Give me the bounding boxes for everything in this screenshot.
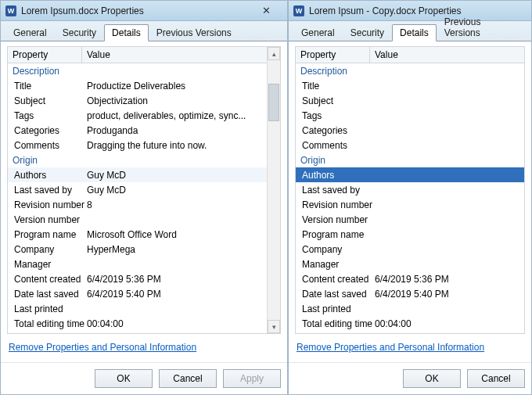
property-name: Company [296,244,370,255]
group-header: Description [296,63,524,78]
tab-previous-versions[interactable]: Previous Versions [437,13,527,41]
property-row[interactable]: Comments [296,138,524,153]
property-value: Guy McD [82,185,267,196]
tab-strip: General Security Details Previous Versio… [1,21,287,41]
property-name: Date last saved [296,289,370,300]
property-name: Categories [296,125,370,136]
property-row[interactable]: Manager [8,257,267,271]
property-row[interactable]: Manager [296,257,524,271]
tab-security[interactable]: Security [343,24,392,41]
property-name: Program name [296,229,370,240]
tab-security[interactable]: Security [55,24,104,41]
property-name: Revision number [8,199,82,210]
property-value: 00:04:00 [370,318,524,329]
tab-details[interactable]: Details [392,24,437,41]
header-property: Property [296,47,370,63]
titlebar[interactable]: W Lorem Ipsum.docx Properties ✕ [1,1,287,21]
property-name: Subject [8,95,82,106]
vertical-scrollbar[interactable]: ▴ ▾ [267,47,280,333]
property-value: 8 [82,199,267,210]
group-header: Description [8,63,267,78]
property-name: Manager [296,259,370,270]
property-name: Company [8,244,82,255]
word-icon: W [5,5,16,16]
property-row[interactable]: Date last saved6/4/2019 5:40 PM [296,286,524,301]
property-row[interactable]: Total editing time00:04:00 [296,316,524,331]
grid-header: Property Value [8,47,267,63]
remove-properties-link[interactable]: Remove Properties and Personal Informati… [297,342,484,353]
property-row[interactable]: Revision number8 [8,197,267,212]
property-value: product, deliverables, optimize, sync... [82,110,267,121]
property-name: Program name [8,229,82,240]
properties-dialog-right: W Lorem Ipsum - Copy.docx Properties Gen… [288,0,532,395]
property-row[interactable]: CompanyHyperMega [8,242,267,257]
tab-general[interactable]: General [293,24,343,41]
property-row[interactable]: Last saved by [296,182,524,197]
header-value: Value [82,47,267,63]
ok-button[interactable]: OK [95,369,153,388]
property-row[interactable]: Categories [296,123,524,138]
tab-details[interactable]: Details [104,24,149,41]
cancel-button[interactable]: Cancel [159,369,217,388]
property-row[interactable]: Company [296,242,524,257]
scroll-up-icon[interactable]: ▴ [268,47,280,60]
tab-strip: General Security Details Previous Versio… [289,21,531,41]
remove-properties-link[interactable]: Remove Properties and Personal Informati… [9,342,196,353]
property-row[interactable]: SubjectObjectivization [8,93,267,108]
property-name: Title [8,81,82,92]
property-row[interactable]: Title [296,78,524,93]
group-label: Description [296,66,370,77]
property-row[interactable]: Content created6/4/2019 5:36 PM [8,271,267,286]
property-row[interactable]: CommentsDragging the future into now. [8,138,267,153]
property-name: Version number [8,214,82,225]
property-row[interactable]: Program name [296,227,524,242]
property-row[interactable]: Program nameMicrosoft Office Word [8,227,267,242]
properties-dialog-left: W Lorem Ipsum.docx Properties ✕ General … [0,0,288,395]
tab-general[interactable]: General [5,24,55,41]
property-name: Comments [296,140,370,151]
property-row[interactable]: Last printed [296,301,524,316]
property-row[interactable]: Last saved byGuy McD [8,182,267,197]
property-row[interactable]: Tags [296,108,524,123]
ok-button[interactable]: OK [403,369,461,388]
grid-header: Property Value [296,47,524,63]
window-title: Lorem Ipsum.docx Properties [21,5,248,16]
property-row[interactable]: Subject [296,93,524,108]
cancel-button[interactable]: Cancel [467,369,525,388]
property-value: 6/4/2019 5:40 PM [82,289,267,300]
property-name: Manager [8,259,82,270]
property-name: Last printed [8,303,82,314]
property-row[interactable]: Authors [296,167,524,182]
property-value: Objectivization [82,95,267,106]
property-row[interactable]: AuthorsGuy McD [8,167,267,182]
button-row: OK Cancel [289,362,531,394]
grid-rows[interactable]: DescriptionTitleProductize DeliverablesS… [8,63,267,333]
property-name: Total editing time [8,318,82,329]
scroll-down-icon[interactable]: ▾ [268,320,280,333]
tab-previous-versions[interactable]: Previous Versions [149,24,239,41]
property-name: Last saved by [8,185,82,196]
property-row[interactable]: Date last saved6/4/2019 5:40 PM [8,286,267,301]
grid-rows[interactable]: DescriptionTitleSubjectTagsCategoriesCom… [296,63,524,333]
property-row[interactable]: Tagsproduct, deliverables, optimize, syn… [8,108,267,123]
tab-body: Property Value DescriptionTitleProductiz… [1,41,287,362]
apply-button[interactable]: Apply [223,369,281,388]
group-header: Origin [296,153,524,167]
property-name: Comments [8,140,82,151]
property-row[interactable]: Version number [296,212,524,227]
property-row[interactable]: Content created6/4/2019 5:36 PM [296,271,524,286]
scroll-track[interactable] [268,60,280,320]
property-row[interactable]: Total editing time00:04:00 [8,316,267,331]
property-name: Last saved by [296,185,370,196]
property-value: Produganda [82,125,267,136]
close-button[interactable]: ✕ [248,3,284,19]
property-row[interactable]: CategoriesProduganda [8,123,267,138]
button-row: OK Cancel Apply [1,362,287,394]
property-row[interactable]: TitleProductize Deliverables [8,78,267,93]
property-row[interactable]: Last printed [8,301,267,316]
property-row[interactable]: Version number [8,212,267,227]
remove-properties-row: Remove Properties and Personal Informati… [295,334,525,359]
scroll-thumb[interactable] [268,84,279,121]
group-header: Origin [8,153,267,167]
property-row[interactable]: Revision number [296,197,524,212]
